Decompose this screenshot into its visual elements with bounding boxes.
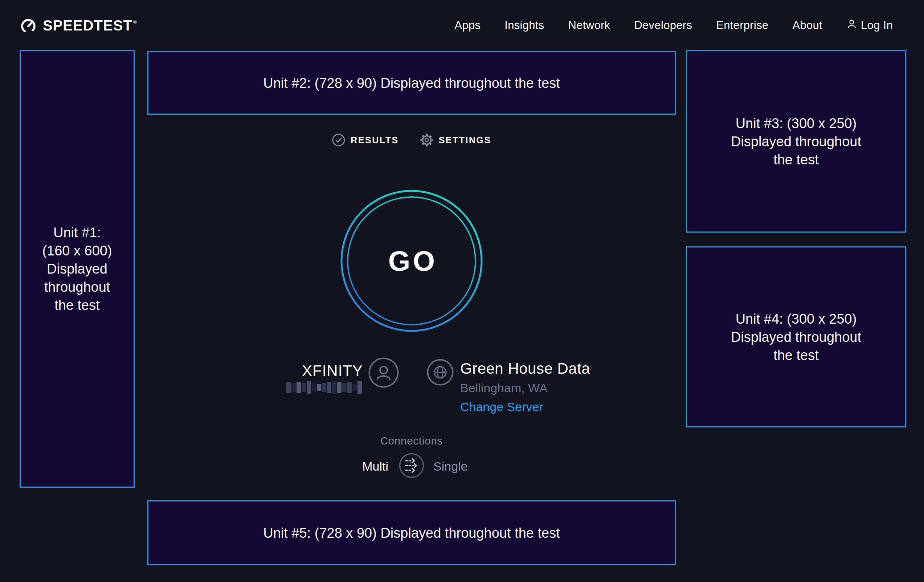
speedtest-page: SPEEDTEST® Apps Insights Network Develop… xyxy=(0,0,924,582)
go-button[interactable]: GO xyxy=(339,188,484,333)
isp-user-icon xyxy=(368,358,399,389)
ad-unit-4: Unit #4: (300 x 250) Displayed throughou… xyxy=(686,246,906,427)
speedtest-gauge-icon xyxy=(20,17,37,34)
ad-unit-2-text: Unit #2: (728 x 90) Displayed throughout… xyxy=(148,52,675,114)
connections-label: Connections xyxy=(147,435,676,447)
isp-detail-redacted xyxy=(284,381,362,394)
ad-unit-4-text: Unit #4: (300 x 250) Displayed throughou… xyxy=(687,247,905,426)
nav-item-about[interactable]: About xyxy=(792,19,822,32)
main-nav: Apps Insights Network Developers Enterpr… xyxy=(454,18,893,32)
logo[interactable]: SPEEDTEST® xyxy=(20,17,137,34)
user-icon xyxy=(846,18,857,32)
connections-toggle-icon[interactable] xyxy=(398,452,425,478)
top-nav: SPEEDTEST® Apps Insights Network Develop… xyxy=(0,0,924,51)
go-label: GO xyxy=(339,188,484,333)
server-globe-icon xyxy=(427,359,454,387)
settings-gear-icon xyxy=(420,133,434,147)
connection-mode-multi[interactable]: Multi xyxy=(316,459,388,473)
server-location: Bellingham, WA xyxy=(460,381,548,395)
login-button[interactable]: Log In xyxy=(846,18,893,32)
nav-item-developers[interactable]: Developers xyxy=(634,19,692,32)
tab-results[interactable]: RESULTS xyxy=(332,133,398,147)
connection-mode-single[interactable]: Single xyxy=(433,459,468,473)
brand-wordmark: SPEEDTEST® xyxy=(43,17,137,34)
ad-unit-3-text: Unit #3: (300 x 250) Displayed throughou… xyxy=(687,51,905,231)
isp-name: XFINITY xyxy=(254,362,363,379)
results-check-icon xyxy=(332,133,345,147)
ad-unit-3: Unit #3: (300 x 250) Displayed throughou… xyxy=(686,50,906,232)
trademark-symbol: ® xyxy=(133,19,137,25)
change-server-link[interactable]: Change Server xyxy=(460,400,543,414)
nav-item-network[interactable]: Network xyxy=(568,19,610,32)
tabs-bar: RESULTS SETTINGS xyxy=(147,130,676,150)
nav-item-insights[interactable]: Insights xyxy=(505,19,544,32)
ad-unit-1-text: Unit #1: (160 x 600) Displayed throughou… xyxy=(21,51,134,486)
ad-unit-2: Unit #2: (728 x 90) Displayed throughout… xyxy=(147,51,676,115)
nav-item-enterprise[interactable]: Enterprise xyxy=(716,19,768,32)
ad-unit-1: Unit #1: (160 x 600) Displayed throughou… xyxy=(20,50,135,488)
server-name: Green House Data xyxy=(460,360,590,378)
tab-settings[interactable]: SETTINGS xyxy=(420,133,492,147)
ad-unit-5: Unit #5: (728 x 90) Displayed throughout… xyxy=(147,500,676,565)
ad-unit-5-text: Unit #5: (728 x 90) Displayed throughout… xyxy=(148,501,675,564)
nav-item-apps[interactable]: Apps xyxy=(454,19,480,32)
